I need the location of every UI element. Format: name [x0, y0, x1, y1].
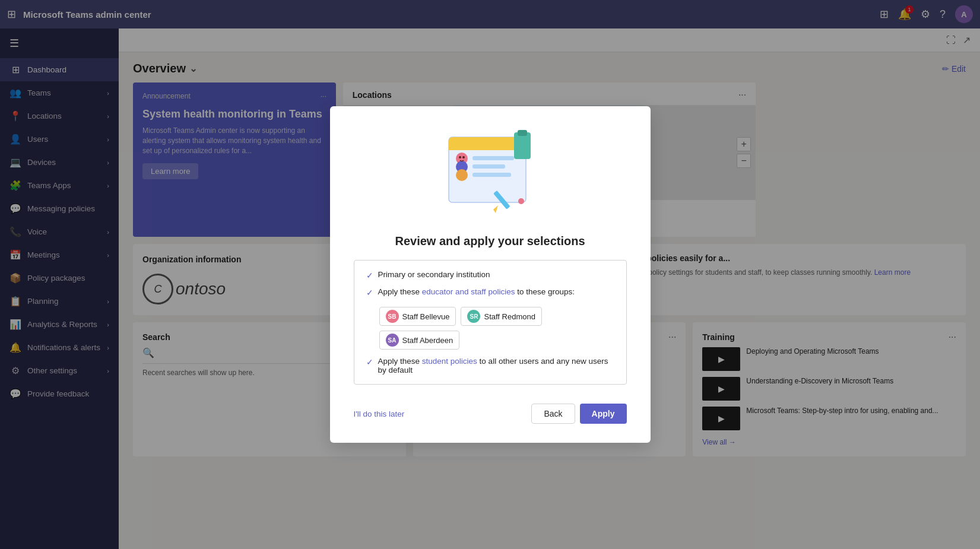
- svg-point-18: [462, 156, 465, 158]
- svg-rect-19: [514, 132, 531, 159]
- apply-button[interactable]: Apply: [580, 404, 627, 424]
- modal-title: Review and apply your selections: [354, 234, 627, 248]
- modal-actions: Back Apply: [531, 404, 626, 424]
- svg-rect-11: [472, 156, 514, 160]
- svg-point-17: [459, 156, 461, 158]
- checklist-item-2-row: ✓ Apply these educator and staff policie…: [366, 287, 575, 297]
- do-later-button[interactable]: I'll do this later: [354, 410, 405, 418]
- educator-policies-link[interactable]: educator and staff policies: [422, 287, 515, 296]
- avatar-sa: SA: [386, 334, 399, 347]
- checklist-item-3: ✓ Apply these student policies to all ot…: [366, 357, 614, 375]
- check-icon-2: ✓: [366, 288, 373, 297]
- svg-point-16: [456, 169, 468, 181]
- group-label-redmond: Staff Redmond: [484, 312, 535, 321]
- group-chip-aberdeen: SA Staff Aberdeen: [379, 331, 460, 350]
- modal-overlay: Review and apply your selections ✓ Prima…: [0, 0, 980, 549]
- group-chip-bellevue: SB Staff Bellevue: [379, 307, 456, 326]
- checklist-item-3-text: Apply these student policies to all othe…: [378, 357, 614, 375]
- check-icon-3: ✓: [366, 357, 373, 367]
- check-icon-1: ✓: [366, 271, 373, 280]
- svg-rect-20: [518, 130, 527, 136]
- svg-rect-12: [472, 164, 505, 169]
- student-policies-link[interactable]: student policies: [422, 357, 477, 366]
- modal-illustration: [354, 125, 627, 223]
- avatar-sr: SR: [467, 310, 480, 323]
- svg-rect-13: [472, 173, 511, 177]
- modal-checklist: ✓ Primary or secondary institution ✓ App…: [354, 260, 627, 385]
- checklist-item-2-text: Apply these educator and staff policies …: [378, 287, 575, 296]
- checklist-item-1-text: Primary or secondary institution: [378, 270, 490, 279]
- group-label-bellevue: Staff Bellevue: [402, 312, 450, 321]
- groups-row: SB Staff Bellevue SR Staff Redmond SA St…: [379, 307, 614, 350]
- illustration-svg: [431, 125, 550, 220]
- checklist-item-1: ✓ Primary or secondary institution: [366, 270, 614, 280]
- back-button[interactable]: Back: [531, 404, 575, 424]
- svg-point-23: [518, 198, 524, 204]
- modal: Review and apply your selections ✓ Prima…: [330, 106, 651, 443]
- modal-footer: I'll do this later Back Apply: [354, 404, 627, 424]
- avatar-sb: SB: [386, 310, 399, 323]
- group-label-aberdeen: Staff Aberdeen: [402, 336, 453, 345]
- checklist-item-2: ✓ Apply these educator and staff policie…: [366, 287, 614, 350]
- svg-marker-22: [493, 205, 498, 213]
- group-chip-redmond: SR Staff Redmond: [461, 307, 541, 326]
